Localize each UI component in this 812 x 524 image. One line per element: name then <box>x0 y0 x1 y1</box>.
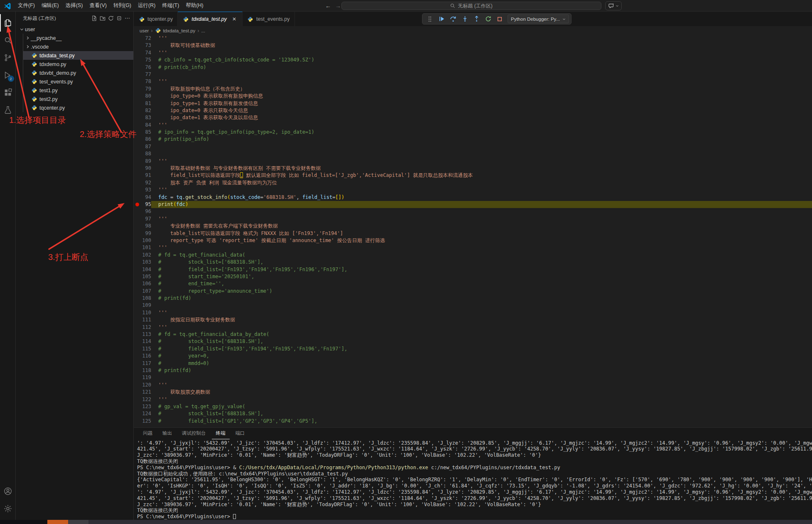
breakpoint-gutter[interactable] <box>134 35 140 42</box>
search-activity-button[interactable] <box>0 32 16 49</box>
tree-item-test1.py[interactable]: test1.py <box>23 86 133 95</box>
breakpoint-gutter[interactable] <box>134 114 140 121</box>
code-line-94[interactable]: 94fdc = tq.get_stock_info(stock_code='68… <box>134 194 812 201</box>
code-line-122[interactable]: 122''' <box>134 396 812 403</box>
panel-tab-终端[interactable]: 终端 <box>212 428 230 439</box>
breakpoint-gutter[interactable] <box>134 237 140 244</box>
breakpoint-gutter[interactable] <box>134 302 140 309</box>
panel-tab-调试控制台[interactable]: 调试控制台 <box>178 428 210 439</box>
code-line-117[interactable]: 117# mmdd=0) <box>134 360 812 367</box>
tree-root-folder[interactable]: user <box>16 25 133 34</box>
code-line-125[interactable]: 125# field_list=['GP1','GP2','GP3','GP4'… <box>134 418 812 425</box>
debugger-select-dropdown[interactable]: Python Debugger: Py... <box>508 15 569 23</box>
menu-item[interactable]: 选择(S) <box>62 0 86 11</box>
code-line-92[interactable]: 92 股本 资产 负债 利润 现金流量等数据均为万位 <box>134 179 812 186</box>
source-control-activity-button[interactable] <box>0 49 16 66</box>
breakpoint-gutter[interactable] <box>134 295 140 302</box>
code-line-116[interactable]: 116# year=0, <box>134 353 812 360</box>
code-line-111[interactable]: 111 按指定日期获取专业财务数据 <box>134 316 812 323</box>
breakpoint-gutter[interactable] <box>134 396 140 403</box>
forward-arrow-icon[interactable]: → <box>335 2 341 9</box>
editor-tab-test_events.py[interactable]: test_events.py <box>243 12 295 26</box>
breakpoint-gutter[interactable] <box>134 230 140 237</box>
breakpoint-gutter[interactable] <box>134 136 140 143</box>
code-line-109[interactable]: 109 <box>134 302 812 309</box>
breakpoint-gutter[interactable] <box>134 280 140 287</box>
breakpoint-gutter[interactable] <box>134 367 140 374</box>
code-line-73[interactable]: 73 获取可转债基础数据 <box>134 42 812 49</box>
panel-tab-问题[interactable]: 问题 <box>139 428 157 439</box>
breakpoint-gutter[interactable] <box>134 316 140 323</box>
breakpoint-gutter[interactable] <box>134 172 140 179</box>
menu-item[interactable]: 运行(R) <box>135 0 159 11</box>
breakpoint-gutter[interactable] <box>134 158 140 165</box>
code-line-97[interactable]: 97''' <box>134 215 812 223</box>
tab-close-icon[interactable]: ✕ <box>231 16 238 22</box>
code-line-80[interactable]: 80 ipo_type=0 表示获取所有新股申购信息 <box>134 93 812 100</box>
debug-continue-button[interactable] <box>436 14 447 24</box>
code-line-108[interactable]: 108# print(fd) <box>134 295 812 302</box>
breakpoint-gutter[interactable] <box>134 418 140 425</box>
editor-tab-tqcenter.py[interactable]: tqcenter.py <box>134 12 178 26</box>
breakpoint-gutter[interactable] <box>134 374 140 381</box>
editor-code-area[interactable]: 72'''73 获取可转债基础数据74'''75# cb_info = tq.g… <box>134 35 812 427</box>
breadcrumb-item[interactable]: ... <box>201 28 205 33</box>
breakpoint-gutter[interactable] <box>134 324 140 331</box>
code-line-110[interactable]: 110''' <box>134 309 812 316</box>
testing-activity-button[interactable] <box>0 101 16 119</box>
new-file-icon[interactable] <box>91 15 97 21</box>
code-line-99[interactable]: 99 table_list可以筛选返回字段 格式为 FNXXX 比如 ['Fn1… <box>134 230 812 237</box>
code-line-78[interactable]: 78''' <box>134 78 812 85</box>
menu-item[interactable]: 查看(V) <box>86 0 110 11</box>
breakpoint-gutter[interactable] <box>134 353 140 360</box>
code-line-120[interactable]: 120''' <box>134 382 812 389</box>
menu-item[interactable]: 编辑(E) <box>38 0 62 11</box>
command-center-search[interactable]: 无标题 (工作区) <box>341 2 601 10</box>
code-line-106[interactable]: 106# end_time='', <box>134 280 812 287</box>
breakpoint-gutter[interactable] <box>134 244 140 251</box>
explorer-activity-button[interactable] <box>0 14 16 32</box>
tree-item-.vscode[interactable]: .vscode <box>23 42 133 51</box>
code-line-75[interactable]: 75# cb_info = tq.get_cb_info(stock_code … <box>134 56 812 64</box>
breakpoint-gutter[interactable] <box>134 201 140 208</box>
back-arrow-icon[interactable]: ← <box>325 2 331 9</box>
code-line-82[interactable]: 82 ipo_date=0 表示只获取今天信息 <box>134 107 812 114</box>
code-line-124[interactable]: 124# stock_list=['688318.SH'], <box>134 410 812 417</box>
code-line-114[interactable]: 114# stock_list=['688318.SH'], <box>134 338 812 345</box>
code-line-79[interactable]: 79 获取新股申购信息（不包含历史） <box>134 86 812 93</box>
code-line-115[interactable]: 115# field_list=['Fn193','Fn194','Fn195'… <box>134 345 812 353</box>
code-line-118[interactable]: 118# print(fd) <box>134 367 812 374</box>
breakpoint-gutter[interactable] <box>134 100 140 107</box>
code-line-107[interactable]: 107# report_type='announce_time') <box>134 288 812 295</box>
code-line-84[interactable]: 84''' <box>134 122 812 129</box>
breakpoint-gutter[interactable] <box>134 86 140 93</box>
breakpoint-gutter[interactable] <box>134 93 140 100</box>
breakpoint-gutter[interactable] <box>134 179 140 186</box>
code-line-89[interactable]: 89''' <box>134 158 812 165</box>
breakpoint-gutter[interactable] <box>134 259 140 266</box>
breakpoint-gutter[interactable] <box>134 42 140 49</box>
breakpoint-gutter[interactable] <box>134 129 140 136</box>
panel-tab-输出[interactable]: 输出 <box>158 428 176 439</box>
breakpoint-gutter[interactable] <box>134 186 140 193</box>
code-line-96[interactable]: 96 <box>134 208 812 215</box>
breakpoint-gutter[interactable] <box>134 49 140 56</box>
more-actions-icon[interactable]: ⋯ <box>125 17 130 20</box>
breakpoint-gutter[interactable] <box>134 403 140 410</box>
breakpoint-gutter[interactable] <box>134 252 140 259</box>
panel-tab-端口[interactable]: 端口 <box>231 428 249 439</box>
code-line-91[interactable]: 91 field_list可以筛选返回字段, 默认返回全部字段 比如 field… <box>134 172 812 179</box>
breakpoint-gutter[interactable] <box>134 345 140 353</box>
tree-item-tdxvbt_demo.py[interactable]: tdxvbt_demo.py <box>23 69 133 77</box>
breakpoint-gutter[interactable] <box>134 273 140 280</box>
code-line-98[interactable]: 98 专业财务数据 需要先在客户端下载专业财务数据 <box>134 223 812 230</box>
code-line-81[interactable]: 81 ipo_type=1 表示获取所有新发债信息 <box>134 100 812 107</box>
code-line-93[interactable]: 93''' <box>134 186 812 193</box>
breakpoint-gutter[interactable] <box>134 208 140 215</box>
breakpoint-gutter[interactable] <box>134 194 140 201</box>
breakpoint-gutter[interactable] <box>134 78 140 85</box>
debug-grip-handle[interactable] <box>424 14 435 24</box>
breakpoint-gutter[interactable] <box>134 71 140 78</box>
breakpoint-gutter[interactable] <box>134 215 140 223</box>
code-line-74[interactable]: 74''' <box>134 49 812 56</box>
